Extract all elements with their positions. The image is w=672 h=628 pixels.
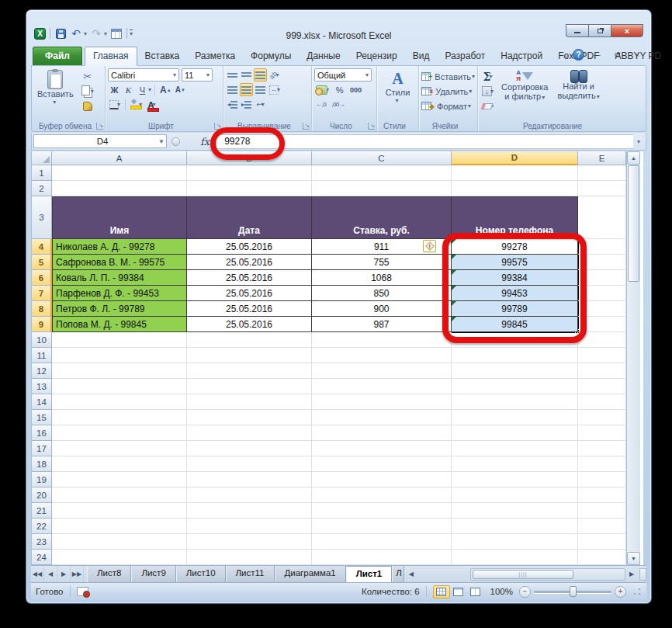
cell-E7[interactable] bbox=[578, 286, 626, 301]
cell-D4[interactable]: 99278 bbox=[452, 239, 578, 255]
number-dialog-launcher-icon[interactable]: ↘ bbox=[368, 123, 375, 130]
cell-E10[interactable] bbox=[578, 332, 626, 348]
workbook-close-icon[interactable]: × bbox=[630, 50, 645, 60]
cell-C14[interactable] bbox=[312, 394, 452, 410]
row-header-9[interactable]: 9 bbox=[32, 317, 52, 332]
align-bottom-button[interactable] bbox=[254, 68, 267, 82]
sheet-tab-лист11[interactable]: Лист11 bbox=[226, 566, 275, 582]
row-header-18[interactable]: 18 bbox=[32, 456, 52, 472]
cell-C1[interactable] bbox=[312, 165, 452, 181]
cell-D3[interactable]: Номер телефона bbox=[452, 196, 578, 239]
cell-C21[interactable] bbox=[312, 503, 452, 519]
cell-C11[interactable] bbox=[312, 348, 452, 363]
cell-A19[interactable] bbox=[52, 472, 187, 487]
cell-E14[interactable] bbox=[578, 394, 626, 410]
cell-C5[interactable]: 755 bbox=[312, 255, 452, 270]
cell-D23[interactable] bbox=[452, 534, 578, 550]
cell-E12[interactable] bbox=[578, 363, 626, 379]
row-header-22[interactable]: 22 bbox=[32, 519, 52, 534]
cell-A2[interactable] bbox=[52, 181, 187, 196]
cell-E9[interactable] bbox=[578, 317, 626, 332]
cell-D21[interactable] bbox=[452, 503, 578, 519]
sheet-tab-partial[interactable]: Л bbox=[392, 566, 404, 582]
insert-cells-button[interactable]: +Вставить▾ bbox=[421, 70, 475, 83]
delete-cells-button[interactable]: ×Удалить▾ bbox=[421, 85, 475, 98]
vertical-scroll-thumb[interactable] bbox=[628, 165, 639, 282]
cell-B17[interactable] bbox=[187, 441, 312, 456]
cell-B16[interactable] bbox=[187, 425, 312, 441]
last-sheet-icon[interactable]: ▶▶ bbox=[71, 566, 84, 582]
cell-D1[interactable] bbox=[452, 165, 578, 181]
tab-вставка[interactable]: Вставка bbox=[137, 47, 188, 65]
cell-B5[interactable]: 25.05.2016 bbox=[187, 255, 312, 270]
sheet-tab-лист8[interactable]: Лист8 bbox=[87, 566, 131, 582]
cell-D8[interactable]: 99789 bbox=[452, 301, 578, 317]
format-cells-button[interactable]: ◆Формат▾ bbox=[421, 99, 475, 113]
tab-вид[interactable]: Вид bbox=[405, 47, 438, 65]
alignment-dialog-launcher-icon[interactable]: ↘ bbox=[303, 123, 310, 130]
percent-button[interactable]: % bbox=[333, 83, 346, 96]
page-layout-view-button[interactable] bbox=[450, 585, 467, 599]
cell-D2[interactable] bbox=[452, 181, 578, 196]
cell-E24[interactable] bbox=[578, 550, 626, 565]
font-color-button[interactable]: А▾ bbox=[145, 98, 158, 111]
row-header-15[interactable]: 15 bbox=[32, 410, 52, 425]
cell-A11[interactable] bbox=[52, 348, 187, 363]
cell-D5[interactable]: 99575 bbox=[452, 255, 578, 270]
cell-E22[interactable] bbox=[578, 519, 626, 534]
cell-B13[interactable] bbox=[187, 379, 312, 394]
shrink-font-button[interactable]: А▼ bbox=[174, 83, 187, 96]
cell-B9[interactable]: 25.05.2016 bbox=[187, 317, 312, 332]
cell-E5[interactable] bbox=[578, 255, 626, 270]
cell-B18[interactable] bbox=[187, 456, 312, 472]
column-header-C[interactable]: C bbox=[312, 151, 452, 165]
clipboard-dialog-launcher-icon[interactable]: ↘ bbox=[96, 123, 103, 130]
tab-рецензир[interactable]: Рецензир bbox=[348, 47, 405, 65]
cell-B21[interactable] bbox=[187, 503, 312, 519]
cell-E1[interactable] bbox=[578, 165, 626, 181]
help-icon[interactable]: ? bbox=[573, 49, 584, 61]
cell-D22[interactable] bbox=[452, 519, 578, 534]
row-header-16[interactable]: 16 bbox=[32, 425, 52, 441]
column-header-E[interactable]: E bbox=[578, 151, 626, 165]
row-header-14[interactable]: 14 bbox=[32, 394, 52, 410]
vertical-scrollbar[interactable]: ▲ ▼ bbox=[626, 151, 640, 565]
cell-A6[interactable]: Коваль Л. П. - 99384 bbox=[52, 270, 187, 286]
row-header-12[interactable]: 12 bbox=[32, 363, 52, 379]
cell-D14[interactable] bbox=[452, 394, 578, 410]
cell-A20[interactable] bbox=[52, 487, 187, 503]
row-header-10[interactable]: 10 bbox=[32, 332, 52, 348]
restore-button[interactable] bbox=[588, 24, 611, 37]
cell-A24[interactable] bbox=[52, 550, 187, 565]
cell-A23[interactable] bbox=[52, 534, 187, 550]
cell-B19[interactable] bbox=[187, 472, 312, 487]
name-box[interactable]: D4▼ bbox=[33, 134, 167, 148]
cell-C18[interactable] bbox=[312, 456, 452, 472]
cell-E2[interactable] bbox=[578, 181, 626, 196]
cell-B8[interactable]: 25.05.2016 bbox=[187, 301, 312, 317]
cell-D6[interactable]: 99384 bbox=[452, 270, 578, 286]
cell-A10[interactable] bbox=[52, 332, 187, 348]
increase-indent-button[interactable]: ▸ bbox=[240, 98, 253, 111]
font-dialog-launcher-icon[interactable]: ↘ bbox=[214, 123, 221, 130]
cell-B6[interactable]: 25.05.2016 bbox=[187, 270, 312, 286]
cell-D12[interactable] bbox=[452, 363, 578, 379]
cell-D9[interactable]: 99845 bbox=[452, 317, 578, 332]
horizontal-scrollbar[interactable]: |||| ▶ bbox=[470, 566, 646, 582]
cell-D19[interactable] bbox=[452, 472, 578, 487]
cell-B11[interactable] bbox=[187, 348, 312, 363]
cell-C24[interactable] bbox=[312, 550, 452, 565]
row-header-6[interactable]: 6 bbox=[32, 270, 52, 286]
find-select-button[interactable]: Найти ивыделить ▾ bbox=[554, 68, 602, 113]
align-left-button[interactable] bbox=[226, 83, 239, 96]
copy-button[interactable]: ▾ bbox=[80, 85, 95, 98]
increase-decimal-button[interactable]: ←,0 bbox=[314, 98, 327, 111]
cell-A7[interactable]: Парфенов Д. Ф. - 99453 bbox=[52, 286, 187, 301]
tab-надстрой[interactable]: Надстрой bbox=[493, 47, 550, 65]
row-header-2[interactable]: 2 bbox=[32, 181, 52, 196]
align-middle-button[interactable] bbox=[240, 68, 253, 82]
formula-input[interactable]: 99278 bbox=[216, 134, 633, 149]
next-sheet-icon[interactable]: ▶ bbox=[57, 566, 71, 582]
cell-E8[interactable] bbox=[578, 301, 626, 317]
row-header-8[interactable]: 8 bbox=[32, 301, 52, 317]
